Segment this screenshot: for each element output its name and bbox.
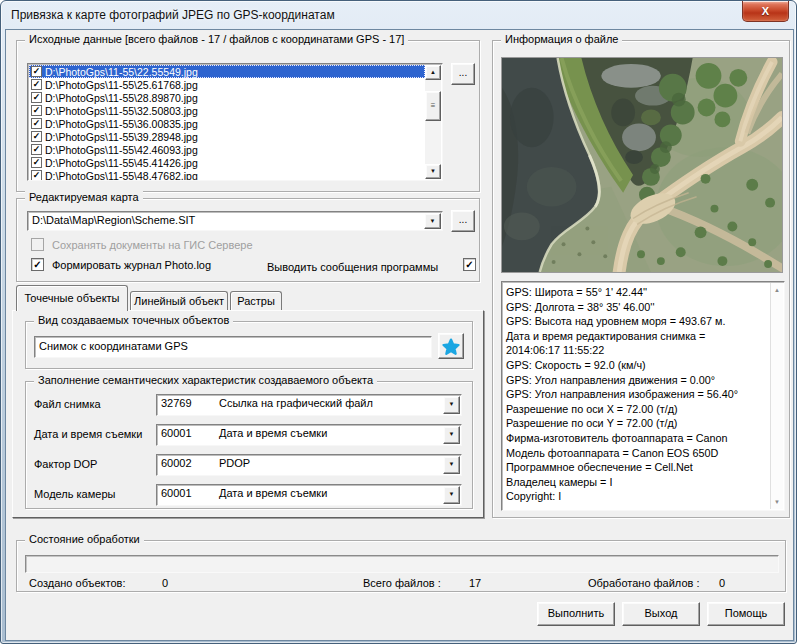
created-objects-value: 0 [162, 577, 168, 589]
file-checkbox[interactable]: ✓ [31, 144, 42, 155]
exif-info-text: GPS: Широта = 55° 1' 42.44'' GPS: Долгот… [506, 285, 768, 504]
file-info-group-label: Информация о файле [501, 33, 622, 45]
processing-status-group: Состояние обработки Создано объектов: 0 … [16, 540, 786, 592]
list-item[interactable]: ✓ D:\PhotoGps\11-55\28.89870.jpg [29, 91, 425, 104]
dop-factor-label: Фактор DOP [34, 458, 97, 470]
scroll-down-icon[interactable]: ▼ [425, 164, 441, 179]
photo-file-label: Файл снимка [34, 398, 101, 410]
list-item[interactable]: ✓ D:\PhotoGps\11-55\48.47682.jpg [29, 169, 425, 181]
star-icon [440, 336, 462, 358]
datetime-combobox[interactable]: 60001Дата и время съемки ▼ [156, 424, 462, 446]
browse-map-button[interactable]: ... [451, 210, 475, 232]
chevron-down-icon[interactable]: ▼ [443, 486, 460, 504]
photo-log-checkbox[interactable]: ✓ [31, 258, 44, 271]
file-checkbox[interactable]: ✓ [31, 66, 42, 77]
list-item[interactable]: ✓ D:\PhotoGps\11-55\45.41426.jpg [29, 156, 425, 169]
scroll-up-icon[interactable]: ▲ [425, 65, 441, 80]
file-checkbox[interactable]: ✓ [31, 118, 42, 129]
semantics-group-label: Заполнение семантических характеристик с… [34, 374, 377, 386]
chevron-down-icon[interactable]: ▼ [443, 426, 460, 444]
edited-map-group: Редактируемая карта D:\Data\Map\Region\S… [16, 198, 480, 282]
list-item[interactable]: ✓ D:\PhotoGps\11-55\36.00835.jpg [29, 117, 425, 130]
list-item[interactable]: ✓ D:\PhotoGps\11-55\22.55549.jpg [29, 65, 425, 78]
list-item[interactable]: ✓ D:\PhotoGps\11-55\25.61768.jpg [29, 78, 425, 91]
exif-info-box: GPS: Широта = 55° 1' 42.44'' GPS: Долгот… [501, 281, 785, 511]
file-checkbox[interactable]: ✓ [31, 170, 42, 181]
source-data-group: Исходные данные [всего файлов - 17 / фай… [16, 40, 480, 192]
exit-button[interactable]: Выход [622, 602, 700, 626]
map-path-combobox[interactable]: D:\Data\Map\Region\Scheme.SIT ▼ [27, 211, 443, 231]
total-files-value: 17 [469, 577, 481, 589]
log-checkbox-row: ✓ Формировать журнал Photo.log [31, 258, 211, 271]
total-files-label: Всего файлов : [363, 577, 441, 589]
info-scrollbar[interactable]: ▲ ▼ [770, 283, 783, 509]
source-files-list[interactable]: ✓ D:\PhotoGps\11-55\22.55549.jpg ✓ D:\Ph… [27, 63, 443, 181]
list-item[interactable]: ✓ D:\PhotoGps\11-55\32.50803.jpg [29, 104, 425, 117]
file-checkbox[interactable]: ✓ [31, 157, 42, 168]
semantics-group: Заполнение семантических характеристик с… [25, 381, 473, 509]
save-gis-checkbox [31, 238, 44, 251]
tab-line-object[interactable]: Линейный объект [130, 291, 228, 311]
tab-rasters[interactable]: Растры [230, 291, 282, 311]
dialog-window: Привязка к карте фотографий JPEG по GPS-… [0, 0, 797, 644]
file-checkbox[interactable]: ✓ [31, 105, 42, 116]
edited-map-group-label: Редактируемая карта [25, 191, 143, 203]
file-checkbox[interactable]: ✓ [31, 92, 42, 103]
file-info-group: Информация о файле [492, 40, 790, 518]
object-type-group: Вид создаваемых точечных объектов Снимок… [25, 321, 473, 369]
run-button[interactable]: Выполнить [537, 602, 615, 626]
show-messages-checkbox[interactable]: ✓ [463, 258, 476, 271]
chevron-down-icon[interactable]: ▼ [443, 396, 460, 414]
list-item[interactable]: ✓ D:\PhotoGps\11-55\42.46093.jpg [29, 143, 425, 156]
select-object-type-button[interactable] [438, 333, 464, 359]
created-objects-label: Создано объектов: [29, 577, 125, 589]
file-checkbox[interactable]: ✓ [31, 79, 42, 90]
close-button[interactable]: X [742, 1, 789, 22]
list-scrollbar[interactable]: ▲ ≡ ▼ [425, 65, 441, 179]
processed-files-label: Обработано файлов : [588, 577, 699, 589]
aerial-photo [502, 58, 782, 272]
dop-factor-combobox[interactable]: 60002PDOP ▼ [156, 454, 462, 476]
processed-files-value: 0 [719, 577, 725, 589]
chevron-down-icon[interactable]: ▼ [424, 213, 441, 229]
photo-log-label: Формировать журнал Photo.log [52, 259, 211, 271]
processing-status-label: Состояние обработки [25, 533, 144, 545]
photo-preview [501, 57, 783, 273]
help-button[interactable]: Помощь [707, 602, 785, 626]
source-files-list-rows: ✓ D:\PhotoGps\11-55\22.55549.jpg ✓ D:\Ph… [29, 65, 425, 179]
browse-files-button[interactable]: ... [451, 63, 475, 85]
scroll-down-icon[interactable]: ▼ [771, 499, 783, 505]
object-type-field[interactable]: Снимок с координатами GPS [34, 336, 432, 358]
show-messages-label: Выводить сообщения программы [267, 261, 438, 273]
file-checkbox[interactable]: ✓ [31, 131, 42, 142]
source-data-group-label: Исходные данные [всего файлов - 17 / фай… [25, 33, 408, 45]
object-type-group-label: Вид создаваемых точечных объектов [34, 314, 233, 326]
scroll-up-icon[interactable]: ▲ [771, 287, 783, 293]
save-gis-label: Сохранять документы на ГИС Сервере [52, 239, 253, 251]
save-gis-checkbox-row: Сохранять документы на ГИС Сервере [31, 238, 253, 251]
datetime-label: Дата и время съемки [34, 428, 142, 440]
chevron-down-icon[interactable]: ▼ [443, 456, 460, 474]
camera-model-label: Модель камеры [34, 488, 115, 500]
close-icon: X [762, 5, 769, 17]
dialog-client-area: Исходные данные [всего файлов - 17 / фай… [5, 29, 794, 641]
point-objects-tab-page: Вид создаваемых точечных объектов Снимок… [12, 310, 484, 518]
camera-model-combobox[interactable]: 60001Дата и время съемки ▼ [156, 484, 462, 506]
photo-file-combobox[interactable]: 32769Ссылка на графический файл ▼ [156, 394, 462, 416]
title-bar[interactable]: Привязка к карте фотографий JPEG по GPS-… [1, 1, 796, 29]
scrollbar-thumb[interactable]: ≡ [425, 91, 441, 121]
tab-point-objects[interactable]: Точечные объекты [16, 285, 128, 311]
list-item[interactable]: ✓ D:\PhotoGps\11-55\39.28948.jpg [29, 130, 425, 143]
window-title: Привязка к карте фотографий JPEG по GPS-… [11, 8, 335, 22]
progress-bar [25, 555, 779, 573]
